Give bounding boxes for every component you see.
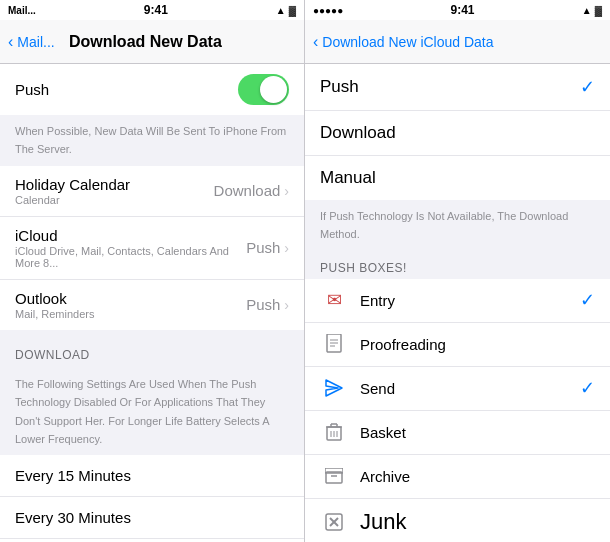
chevron-right-icon-0: › <box>284 183 289 199</box>
option-manual[interactable]: Manual <box>305 156 610 200</box>
account-row-1[interactable]: iCloud iCloud Drive, Mail, Contacts, Cal… <box>0 217 304 280</box>
mailbox-archive[interactable]: Archive <box>305 455 610 499</box>
account-name-0: Holiday Calendar <box>15 176 130 193</box>
right-wifi-icon: ▲ <box>582 5 592 16</box>
account-value-2: Push › <box>246 296 289 313</box>
right-back-label: Download New iCloud Data <box>322 34 493 50</box>
right-battery-icons: ▲ ▓ <box>582 5 602 16</box>
account-sub-1: iCloud Drive, Mail, Contacts, Calendars … <box>15 245 246 269</box>
download-section-header: DOWNLOAD <box>0 330 304 368</box>
push-boxes-header: PUSH BOXES! <box>305 251 610 279</box>
account-row-0[interactable]: Holiday Calendar Calendar Download › <box>0 166 304 217</box>
push-toggle[interactable] <box>238 74 289 105</box>
right-back-button[interactable]: ‹ Download New iCloud Data <box>313 33 494 51</box>
option-push[interactable]: Push ✓ <box>305 64 610 111</box>
frequency-group: Every 15 Minutes Every 30 Minutes Every … <box>0 455 304 542</box>
chevron-right-icon-1: › <box>284 240 289 256</box>
right-chevron-icon: ‹ <box>313 33 318 51</box>
push-description: When Possible, New Data Will Be Sent To … <box>15 125 286 155</box>
option-manual-label: Manual <box>320 168 595 188</box>
proofreading-icon <box>320 334 348 354</box>
junk-icon <box>320 513 348 531</box>
right-signal: ●●●●● <box>313 5 343 16</box>
send-label: Send <box>360 380 580 397</box>
option-push-label: Push <box>320 77 580 97</box>
mailboxes-group: ✉ Entry ✓ Proofreading <box>305 279 610 542</box>
right-battery-icon: ▓ <box>595 5 602 16</box>
push-checkmark: ✓ <box>580 76 595 98</box>
account-sub-2: Mail, Reminders <box>15 308 94 320</box>
chevron-right-icon-2: › <box>284 297 289 313</box>
freq-label-1: Every 30 Minutes <box>15 509 131 526</box>
account-name-2: Outlook <box>15 290 94 307</box>
account-value-0: Download › <box>214 182 289 199</box>
option-download-label: Download <box>320 123 595 143</box>
basket-label: Basket <box>360 424 595 441</box>
mailbox-junk[interactable]: Junk <box>305 499 610 542</box>
freq-row-0[interactable]: Every 15 Minutes <box>0 455 304 497</box>
left-signal: Mail... <box>8 5 36 16</box>
account-name-1: iCloud <box>15 227 246 244</box>
send-checkmark: ✓ <box>580 377 595 399</box>
left-nav-bar: ‹ Mail... Download New Data <box>0 20 304 64</box>
archive-label: Archive <box>360 468 595 485</box>
left-panel: Mail... 9:41 ▲ ▓ ‹ Mail... Download New … <box>0 0 305 542</box>
mailbox-send[interactable]: Send ✓ <box>305 367 610 411</box>
junk-label: Junk <box>360 509 595 535</box>
fetch-info-text: If Push Technology Is Not Available, The… <box>320 210 568 240</box>
push-description-block: When Possible, New Data Will Be Sent To … <box>0 115 304 166</box>
left-battery-icons: ▲ ▓ <box>276 5 296 16</box>
right-content: Push ✓ Download Manual If Push Technolog… <box>305 64 610 542</box>
entry-icon: ✉ <box>320 289 348 311</box>
send-icon <box>320 379 348 397</box>
push-row: Push <box>0 64 304 115</box>
svg-rect-13 <box>325 468 343 473</box>
account-sub-0: Calendar <box>15 194 130 206</box>
push-group: Push <box>0 64 304 115</box>
proofreading-label: Proofreading <box>360 336 595 353</box>
entry-checkmark: ✓ <box>580 289 595 311</box>
freq-label-0: Every 15 Minutes <box>15 467 131 484</box>
basket-icon <box>320 423 348 441</box>
left-status-bar: Mail... 9:41 ▲ ▓ <box>0 0 304 20</box>
entry-label: Entry <box>360 292 580 309</box>
fetch-info-block: If Push Technology Is Not Available, The… <box>305 200 610 251</box>
left-content: Push When Possible, New Data Will Be Sen… <box>0 64 304 542</box>
right-panel: ●●●●● 9:41 ▲ ▓ ‹ Download New iCloud Dat… <box>305 0 610 542</box>
freq-row-1[interactable]: Every 30 Minutes <box>0 497 304 539</box>
option-download[interactable]: Download <box>305 111 610 156</box>
mailbox-entry[interactable]: ✉ Entry ✓ <box>305 279 610 323</box>
left-battery-icon: ▓ <box>289 5 296 16</box>
mailbox-basket[interactable]: Basket <box>305 411 610 455</box>
right-time: 9:41 <box>450 3 474 17</box>
right-status-bar: ●●●●● 9:41 ▲ ▓ <box>305 0 610 20</box>
left-time: 9:41 <box>144 3 168 17</box>
accounts-group: Holiday Calendar Calendar Download › iCl… <box>0 166 304 330</box>
left-wifi-icon: ▲ <box>276 5 286 16</box>
fetch-options-group: Push ✓ Download Manual <box>305 64 610 200</box>
right-nav-bar: ‹ Download New iCloud Data <box>305 20 610 64</box>
archive-icon <box>320 468 348 484</box>
mailbox-proofreading[interactable]: Proofreading <box>305 323 610 367</box>
account-value-1: Push › <box>246 239 289 256</box>
download-description-block: The Following Settings Are Used When The… <box>0 368 304 456</box>
push-label: Push <box>15 81 49 98</box>
account-row-2[interactable]: Outlook Mail, Reminders Push › <box>0 280 304 330</box>
download-description: The Following Settings Are Used When The… <box>15 378 269 445</box>
left-nav-title: Download New Data <box>0 33 296 51</box>
